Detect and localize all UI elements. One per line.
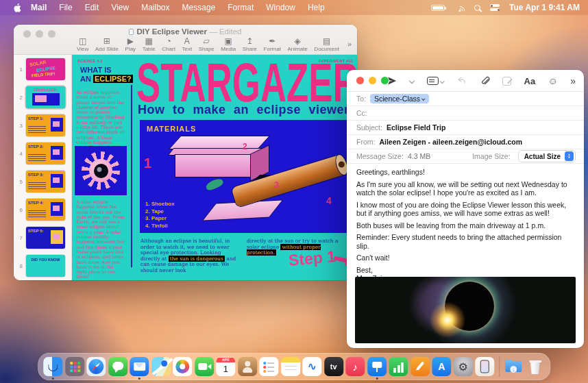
wifi-icon[interactable] bbox=[454, 4, 465, 12]
running-indicator bbox=[52, 378, 54, 380]
dock-launchpad[interactable] bbox=[65, 357, 84, 376]
toolbar-shape-button[interactable]: ▱Shape bbox=[199, 37, 215, 52]
animate-icon: ◈ bbox=[295, 37, 301, 45]
battery-icon[interactable] bbox=[431, 5, 445, 11]
dock-system-settings[interactable]: ⚙ bbox=[454, 357, 473, 376]
slide-thumbnail-row: 2 STARGAZER bbox=[14, 85, 71, 110]
dock-safari[interactable] bbox=[86, 357, 106, 376]
message-size-row: Message Size: 4.3 MB Image Size: Actual … bbox=[347, 149, 584, 164]
toolbar-table-button[interactable]: ▦Table bbox=[143, 37, 156, 52]
toolbar-view-button[interactable]: ◫View bbox=[77, 37, 88, 52]
dock-contacts[interactable] bbox=[238, 357, 257, 376]
toolbar-animate-button[interactable]: ◈Animate bbox=[287, 37, 307, 52]
slide-thumbnail-row: 1 SOLAR ECLIPSE FIELD TRIP! bbox=[14, 57, 71, 82]
from-field[interactable]: From: Aileen Zeigen - aileen.zeigen@iclo… bbox=[347, 135, 584, 149]
dock-calendar[interactable]: APR 1 bbox=[216, 357, 235, 376]
menu-item-mail[interactable]: Mail bbox=[25, 0, 53, 15]
menu-bar-clock[interactable]: Tue Apr 1 9:41 AM bbox=[509, 3, 580, 12]
toolbar-add-slide-button[interactable]: ⊞Add Slide bbox=[95, 37, 119, 52]
recipient-token[interactable]: Science-Class bbox=[370, 94, 429, 103]
figure-number-1: 1 bbox=[144, 156, 151, 171]
eclipse-highlight: ECLIPSE? bbox=[93, 75, 133, 83]
dock-freeform[interactable]: ∿ bbox=[302, 357, 321, 376]
dock-downloads[interactable]: ↓ bbox=[504, 357, 523, 376]
slide-thumbnail-3[interactable]: STEP 1: bbox=[26, 114, 65, 136]
dock-maps[interactable] bbox=[151, 357, 171, 376]
chevron-down-icon bbox=[440, 79, 444, 83]
document-proxy-icon[interactable] bbox=[129, 29, 134, 35]
dock-keynote[interactable] bbox=[367, 357, 387, 376]
dock-photos[interactable] bbox=[173, 357, 192, 376]
eclipse-photo-attachment[interactable] bbox=[355, 277, 576, 343]
toolbar-share-button[interactable]: ↥Share bbox=[243, 37, 257, 52]
dock-mail[interactable] bbox=[130, 357, 149, 376]
minimize-button[interactable] bbox=[369, 77, 376, 84]
menu-bar: Mail File Edit View Mailbox Message Form… bbox=[0, 0, 588, 15]
attach-button[interactable] bbox=[480, 76, 490, 86]
menu-item-mailbox[interactable]: Mailbox bbox=[135, 0, 175, 15]
dock-apple-tv[interactable]: tv bbox=[324, 357, 343, 376]
search-icon[interactable] bbox=[474, 5, 480, 11]
send-options-chevron-icon[interactable] bbox=[409, 78, 415, 84]
body-paragraph: I know most of you are doing the Eclipse… bbox=[356, 201, 574, 218]
dock-messages[interactable] bbox=[108, 357, 127, 376]
format-button[interactable]: Aa bbox=[524, 76, 536, 86]
keynote-titlebar: DIY Eclipse Viewer — Edited ◫View ⊞Add S… bbox=[14, 25, 357, 55]
header-fields-button[interactable] bbox=[427, 77, 444, 85]
dock-finder[interactable] bbox=[43, 357, 62, 376]
slide-thumbnail-7[interactable]: STEP 5: bbox=[26, 227, 65, 249]
slide-thumbnail-row: 7 STEP 5: bbox=[14, 225, 71, 250]
to-field[interactable]: To: Science-Class bbox=[347, 92, 584, 106]
materials-label: MATERIALS bbox=[147, 125, 196, 133]
close-button[interactable] bbox=[356, 77, 364, 84]
header-fields-icon bbox=[427, 77, 439, 85]
emoji-button[interactable]: ☺ bbox=[548, 76, 558, 86]
control-center-icon[interactable] bbox=[490, 3, 500, 12]
menu-item-window[interactable]: Window bbox=[260, 0, 302, 15]
dock-notes[interactable] bbox=[281, 357, 300, 376]
dock-trash[interactable] bbox=[526, 357, 545, 376]
dock-facetime[interactable] bbox=[195, 357, 214, 376]
science-tag: SCIENCE 4.2 bbox=[77, 59, 103, 63]
menu-item-help[interactable]: Help bbox=[302, 0, 331, 15]
toolbar-text-button[interactable]: AText bbox=[182, 37, 192, 52]
slide-thumbnail-row: 3 STEP 1: bbox=[14, 113, 71, 138]
send-button[interactable] bbox=[387, 75, 397, 86]
toolbar-format-button[interactable]: ✒Format bbox=[264, 37, 281, 52]
slide-canvas[interactable]: SCIENCE 4.2 EXPERIMENT #11 WHAT IS AN EC… bbox=[72, 55, 357, 280]
image-size-select[interactable]: Actual Size ▲▼ bbox=[518, 150, 576, 162]
menu-item-edit[interactable]: Edit bbox=[79, 0, 106, 15]
toolbar-overflow-button[interactable]: » bbox=[347, 40, 352, 48]
toolbar-play-button[interactable]: ▶Play bbox=[125, 37, 136, 52]
token-chevron-icon bbox=[421, 97, 425, 101]
slide-thumbnail-8[interactable]: DID YOU KNOW bbox=[26, 255, 65, 277]
reply-arrow-icon bbox=[456, 76, 467, 86]
menu-item-file[interactable]: File bbox=[53, 0, 78, 15]
toolbar-document-button[interactable]: ▤Document bbox=[314, 37, 339, 52]
text-icon: A bbox=[184, 37, 190, 45]
slide-thumbnail-1[interactable]: SOLAR ECLIPSE FIELD TRIP! bbox=[26, 58, 65, 80]
dock-numbers[interactable] bbox=[389, 357, 408, 376]
menu-item-message[interactable]: Message bbox=[176, 0, 222, 15]
toolbar-media-button[interactable]: ▣Media bbox=[221, 37, 236, 52]
message-body[interactable]: Greetings, earthlings! As I'm sure you a… bbox=[347, 164, 584, 283]
menu-item-format[interactable]: Format bbox=[221, 0, 260, 15]
apple-menu-icon[interactable] bbox=[10, 3, 25, 13]
slide-thumbnail-6[interactable]: STEP 4: bbox=[26, 199, 65, 221]
toolbar-chart-button[interactable]: ◔Chart bbox=[162, 37, 175, 52]
dock-pages[interactable] bbox=[411, 357, 430, 376]
dock-iphone-mirroring[interactable] bbox=[475, 357, 494, 376]
slide-thumbnail-5[interactable]: STEP 3: bbox=[26, 171, 65, 193]
dock-app-store[interactable]: A bbox=[432, 357, 451, 376]
slide-thumbnail-2[interactable]: STARGAZER bbox=[26, 86, 65, 108]
shape-icon: ▱ bbox=[204, 37, 210, 45]
cc-field[interactable]: Cc: bbox=[347, 106, 584, 121]
slide-thumbnail-4[interactable]: STEP 2: bbox=[26, 143, 65, 164]
stepper-icon: ▲▼ bbox=[565, 151, 574, 161]
dock-reminders[interactable] bbox=[259, 357, 278, 376]
dock-music[interactable]: ♪ bbox=[345, 357, 365, 376]
menu-item-view[interactable]: View bbox=[105, 0, 135, 15]
subject-field[interactable]: Subject: Eclipse Field Trip bbox=[347, 121, 584, 135]
diamond-ring-flare bbox=[427, 299, 468, 341]
toolbar-overflow-button[interactable]: » bbox=[570, 75, 576, 86]
